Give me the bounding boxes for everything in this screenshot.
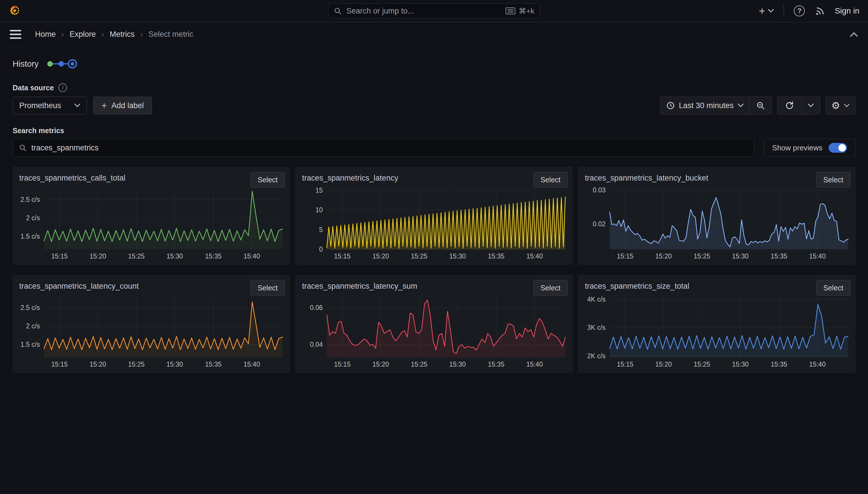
breadcrumb-metrics[interactable]: Metrics (110, 30, 135, 39)
svg-text:15:20: 15:20 (90, 361, 106, 368)
svg-text:2K c/s: 2K c/s (587, 352, 606, 360)
svg-text:0.02: 0.02 (593, 220, 606, 228)
metric-preview-panel: traces_spanmetrics_size_total Select 15:… (578, 275, 855, 373)
show-previews-control: Show previews (764, 139, 855, 157)
new-menu-button[interactable]: + (759, 5, 774, 16)
svg-text:15:15: 15:15 (617, 361, 633, 368)
menu-toggle-icon[interactable] (10, 30, 21, 39)
news-rss-icon[interactable] (814, 6, 825, 16)
panel-title: traces_spanmetrics_latency_bucket (583, 172, 793, 183)
svg-text:15:40: 15:40 (809, 361, 826, 368)
metric-preview-panel: traces_spanmetrics_latency_count Select … (13, 275, 290, 373)
select-metric-button[interactable]: Select (251, 172, 285, 188)
svg-text:15:35: 15:35 (488, 252, 505, 260)
refresh-button[interactable] (777, 97, 802, 114)
svg-text:15:35: 15:35 (205, 252, 222, 260)
clock-icon (666, 101, 675, 110)
svg-text:15:35: 15:35 (205, 361, 222, 368)
svg-text:15:30: 15:30 (732, 361, 749, 368)
breadcrumb-separator: › (141, 31, 143, 39)
chevron-down-icon (738, 103, 744, 108)
breadcrumb-separator: › (61, 31, 64, 39)
refresh-group (777, 97, 820, 114)
svg-text:15:20: 15:20 (373, 361, 389, 368)
zoom-out-button[interactable] (750, 97, 772, 114)
breadcrumb-bar: Home › Explore › Metrics › Select metric (0, 22, 868, 46)
search-metrics-value: traces_spanmetrics (31, 144, 99, 152)
svg-text:15:30: 15:30 (449, 252, 466, 260)
svg-text:15:30: 15:30 (732, 252, 749, 260)
svg-text:4K c/s: 4K c/s (587, 296, 606, 303)
search-metrics-label: Search metrics (13, 127, 64, 135)
topbar-divider (784, 5, 784, 17)
chevron-down-icon (844, 104, 849, 108)
svg-text:15:35: 15:35 (771, 252, 788, 260)
svg-text:15:15: 15:15 (334, 252, 351, 260)
svg-text:15:25: 15:25 (128, 361, 144, 368)
svg-text:15:15: 15:15 (334, 361, 351, 368)
refresh-interval-dropdown[interactable] (802, 97, 820, 114)
search-metrics-input[interactable]: traces_spanmetrics (13, 139, 754, 157)
chevron-down-icon (808, 103, 814, 108)
breadcrumb: Home › Explore › Metrics › Select metric (35, 30, 193, 39)
chevron-down-icon (768, 9, 774, 13)
settings-button[interactable]: ⚙ (826, 97, 855, 114)
select-metric-button[interactable]: Select (533, 172, 568, 188)
chevron-down-icon (75, 103, 80, 108)
metric-preview-panel: traces_spanmetrics_latency_sum Select 15… (295, 275, 573, 373)
select-metric-button[interactable]: Select (533, 280, 568, 296)
svg-text:15:40: 15:40 (526, 361, 543, 368)
plus-icon: + (759, 5, 765, 16)
history-dot-mid (59, 61, 64, 67)
svg-text:15:35: 15:35 (488, 361, 505, 368)
svg-text:2 c/s: 2 c/s (26, 214, 40, 222)
sign-in-button[interactable]: Sign in (835, 6, 860, 16)
select-metric-button[interactable]: Select (251, 280, 285, 296)
keyboard-icon (506, 7, 515, 14)
svg-text:15:25: 15:25 (128, 252, 144, 260)
top-bar: Search or jump to... ⌘+k + ? Sign in (0, 0, 868, 22)
panel-title: traces_spanmetrics_latency_count (18, 280, 228, 291)
breadcrumb-separator: › (102, 31, 104, 39)
add-label-button[interactable]: + Add label (93, 97, 152, 114)
preview-chart: 15:1515:2015:2515:3015:3515:400.040.06 (300, 293, 568, 370)
select-metric-button[interactable]: Select (816, 172, 850, 188)
panel-title: traces_spanmetrics_latency (300, 172, 510, 183)
metric-preview-panel: traces_spanmetrics_calls_total Select 15… (13, 167, 290, 265)
global-search[interactable]: Search or jump to... ⌘+k (328, 3, 540, 18)
breadcrumb-home[interactable]: Home (35, 30, 56, 39)
show-previews-toggle[interactable] (829, 143, 847, 153)
breadcrumb-current: Select metric (149, 30, 193, 39)
zoom-out-icon (756, 101, 765, 110)
svg-text:15:15: 15:15 (51, 252, 68, 260)
collapse-chevron-up-icon[interactable] (850, 32, 858, 37)
info-icon[interactable]: i (58, 83, 67, 92)
panel-title: traces_spanmetrics_size_total (583, 280, 793, 291)
breadcrumb-explore[interactable]: Explore (70, 30, 96, 39)
metric-preview-panel: traces_spanmetrics_latency_bucket Select… (578, 167, 855, 265)
history-dot-current (71, 62, 75, 66)
datasource-label: Data source (13, 84, 54, 92)
svg-text:15:20: 15:20 (655, 361, 672, 368)
svg-text:15:35: 15:35 (771, 361, 788, 368)
svg-text:15:25: 15:25 (411, 252, 428, 260)
history-timeline[interactable] (46, 57, 78, 70)
svg-text:0.03: 0.03 (593, 186, 606, 194)
svg-text:15: 15 (315, 187, 323, 194)
time-range-button[interactable]: Last 30 minutes (660, 97, 750, 114)
datasource-select[interactable]: Prometheus (13, 97, 87, 114)
svg-text:5: 5 (319, 226, 323, 233)
svg-text:15:30: 15:30 (166, 252, 183, 260)
svg-text:1.5 c/s: 1.5 c/s (20, 341, 40, 348)
svg-text:15:30: 15:30 (166, 361, 183, 368)
svg-text:10: 10 (315, 206, 323, 214)
svg-text:15:40: 15:40 (526, 252, 543, 260)
grafana-logo[interactable] (8, 5, 21, 17)
help-icon[interactable]: ? (794, 5, 805, 16)
svg-text:15:20: 15:20 (655, 252, 672, 260)
time-picker-group: Last 30 minutes (660, 97, 772, 114)
search-icon (19, 144, 27, 152)
svg-text:0.06: 0.06 (310, 304, 323, 311)
select-metric-button[interactable]: Select (816, 280, 850, 296)
preview-chart: 15:1515:2015:2515:3015:3515:401.5 c/s2 c… (18, 293, 285, 370)
